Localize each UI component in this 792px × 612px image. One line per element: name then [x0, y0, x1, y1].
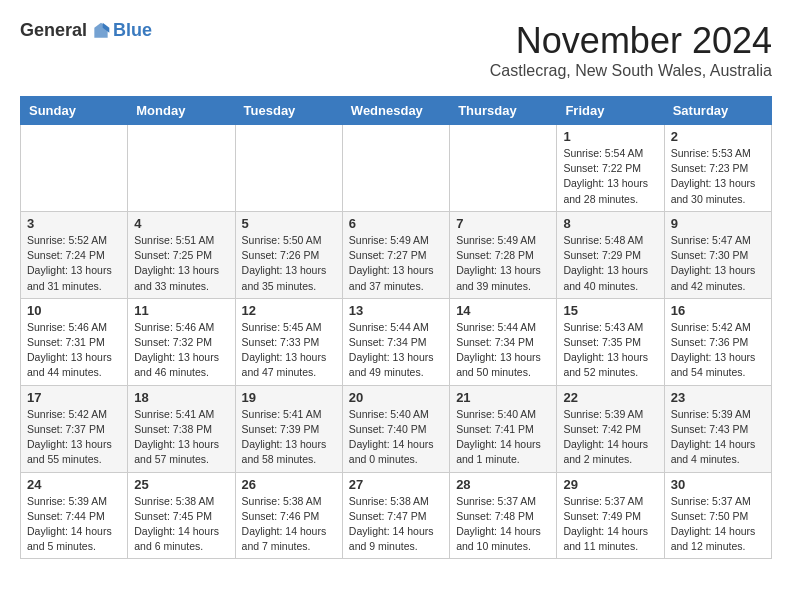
- location-title: Castlecrag, New South Wales, Australia: [490, 62, 772, 80]
- day-number: 18: [134, 390, 228, 405]
- day-number: 20: [349, 390, 443, 405]
- calendar-cell: 9Sunrise: 5:47 AM Sunset: 7:30 PM Daylig…: [664, 211, 771, 298]
- calendar-cell: [450, 125, 557, 212]
- calendar-cell: 7Sunrise: 5:49 AM Sunset: 7:28 PM Daylig…: [450, 211, 557, 298]
- calendar-header-row: SundayMondayTuesdayWednesdayThursdayFrid…: [21, 97, 772, 125]
- day-info: Sunrise: 5:39 AM Sunset: 7:43 PM Dayligh…: [671, 407, 765, 468]
- day-info: Sunrise: 5:48 AM Sunset: 7:29 PM Dayligh…: [563, 233, 657, 294]
- day-info: Sunrise: 5:44 AM Sunset: 7:34 PM Dayligh…: [349, 320, 443, 381]
- calendar-cell: 25Sunrise: 5:38 AM Sunset: 7:45 PM Dayli…: [128, 472, 235, 559]
- column-header-friday: Friday: [557, 97, 664, 125]
- day-number: 28: [456, 477, 550, 492]
- day-info: Sunrise: 5:41 AM Sunset: 7:38 PM Dayligh…: [134, 407, 228, 468]
- logo-icon: [91, 21, 111, 41]
- day-number: 7: [456, 216, 550, 231]
- calendar-cell: 14Sunrise: 5:44 AM Sunset: 7:34 PM Dayli…: [450, 298, 557, 385]
- day-info: Sunrise: 5:46 AM Sunset: 7:32 PM Dayligh…: [134, 320, 228, 381]
- day-info: Sunrise: 5:37 AM Sunset: 7:49 PM Dayligh…: [563, 494, 657, 555]
- calendar-cell: 24Sunrise: 5:39 AM Sunset: 7:44 PM Dayli…: [21, 472, 128, 559]
- calendar-cell: [342, 125, 449, 212]
- day-info: Sunrise: 5:37 AM Sunset: 7:50 PM Dayligh…: [671, 494, 765, 555]
- day-number: 1: [563, 129, 657, 144]
- day-info: Sunrise: 5:47 AM Sunset: 7:30 PM Dayligh…: [671, 233, 765, 294]
- calendar-cell: 15Sunrise: 5:43 AM Sunset: 7:35 PM Dayli…: [557, 298, 664, 385]
- day-number: 12: [242, 303, 336, 318]
- day-info: Sunrise: 5:37 AM Sunset: 7:48 PM Dayligh…: [456, 494, 550, 555]
- day-info: Sunrise: 5:50 AM Sunset: 7:26 PM Dayligh…: [242, 233, 336, 294]
- calendar-cell: 3Sunrise: 5:52 AM Sunset: 7:24 PM Daylig…: [21, 211, 128, 298]
- title-area: November 2024 Castlecrag, New South Wale…: [490, 20, 772, 80]
- day-info: Sunrise: 5:52 AM Sunset: 7:24 PM Dayligh…: [27, 233, 121, 294]
- calendar-cell: 10Sunrise: 5:46 AM Sunset: 7:31 PM Dayli…: [21, 298, 128, 385]
- day-number: 24: [27, 477, 121, 492]
- column-header-wednesday: Wednesday: [342, 97, 449, 125]
- day-info: Sunrise: 5:44 AM Sunset: 7:34 PM Dayligh…: [456, 320, 550, 381]
- day-number: 22: [563, 390, 657, 405]
- calendar-cell: 19Sunrise: 5:41 AM Sunset: 7:39 PM Dayli…: [235, 385, 342, 472]
- day-info: Sunrise: 5:46 AM Sunset: 7:31 PM Dayligh…: [27, 320, 121, 381]
- day-number: 27: [349, 477, 443, 492]
- day-number: 5: [242, 216, 336, 231]
- day-info: Sunrise: 5:49 AM Sunset: 7:28 PM Dayligh…: [456, 233, 550, 294]
- calendar-cell: 13Sunrise: 5:44 AM Sunset: 7:34 PM Dayli…: [342, 298, 449, 385]
- day-number: 15: [563, 303, 657, 318]
- day-info: Sunrise: 5:38 AM Sunset: 7:45 PM Dayligh…: [134, 494, 228, 555]
- day-info: Sunrise: 5:51 AM Sunset: 7:25 PM Dayligh…: [134, 233, 228, 294]
- calendar-cell: 20Sunrise: 5:40 AM Sunset: 7:40 PM Dayli…: [342, 385, 449, 472]
- day-number: 3: [27, 216, 121, 231]
- calendar-cell: 22Sunrise: 5:39 AM Sunset: 7:42 PM Dayli…: [557, 385, 664, 472]
- day-number: 6: [349, 216, 443, 231]
- calendar-cell: 4Sunrise: 5:51 AM Sunset: 7:25 PM Daylig…: [128, 211, 235, 298]
- logo: General Blue: [20, 20, 152, 41]
- month-title: November 2024: [490, 20, 772, 62]
- day-info: Sunrise: 5:42 AM Sunset: 7:37 PM Dayligh…: [27, 407, 121, 468]
- calendar-week-row: 24Sunrise: 5:39 AM Sunset: 7:44 PM Dayli…: [21, 472, 772, 559]
- column-header-tuesday: Tuesday: [235, 97, 342, 125]
- calendar-cell: 11Sunrise: 5:46 AM Sunset: 7:32 PM Dayli…: [128, 298, 235, 385]
- calendar-cell: 28Sunrise: 5:37 AM Sunset: 7:48 PM Dayli…: [450, 472, 557, 559]
- day-info: Sunrise: 5:41 AM Sunset: 7:39 PM Dayligh…: [242, 407, 336, 468]
- calendar-cell: 26Sunrise: 5:38 AM Sunset: 7:46 PM Dayli…: [235, 472, 342, 559]
- day-info: Sunrise: 5:40 AM Sunset: 7:40 PM Dayligh…: [349, 407, 443, 468]
- day-number: 29: [563, 477, 657, 492]
- logo-general-text: General: [20, 20, 87, 41]
- calendar-cell: [235, 125, 342, 212]
- calendar-cell: 27Sunrise: 5:38 AM Sunset: 7:47 PM Dayli…: [342, 472, 449, 559]
- calendar-week-row: 3Sunrise: 5:52 AM Sunset: 7:24 PM Daylig…: [21, 211, 772, 298]
- day-number: 25: [134, 477, 228, 492]
- day-number: 4: [134, 216, 228, 231]
- column-header-saturday: Saturday: [664, 97, 771, 125]
- day-number: 2: [671, 129, 765, 144]
- calendar-week-row: 10Sunrise: 5:46 AM Sunset: 7:31 PM Dayli…: [21, 298, 772, 385]
- header: General Blue November 2024 Castlecrag, N…: [20, 20, 772, 80]
- day-number: 26: [242, 477, 336, 492]
- calendar-cell: 18Sunrise: 5:41 AM Sunset: 7:38 PM Dayli…: [128, 385, 235, 472]
- calendar-cell: 6Sunrise: 5:49 AM Sunset: 7:27 PM Daylig…: [342, 211, 449, 298]
- calendar: SundayMondayTuesdayWednesdayThursdayFrid…: [20, 96, 772, 559]
- day-number: 11: [134, 303, 228, 318]
- calendar-cell: [128, 125, 235, 212]
- calendar-cell: [21, 125, 128, 212]
- calendar-cell: 12Sunrise: 5:45 AM Sunset: 7:33 PM Dayli…: [235, 298, 342, 385]
- day-number: 9: [671, 216, 765, 231]
- calendar-cell: 30Sunrise: 5:37 AM Sunset: 7:50 PM Dayli…: [664, 472, 771, 559]
- day-info: Sunrise: 5:49 AM Sunset: 7:27 PM Dayligh…: [349, 233, 443, 294]
- day-info: Sunrise: 5:43 AM Sunset: 7:35 PM Dayligh…: [563, 320, 657, 381]
- day-number: 16: [671, 303, 765, 318]
- day-number: 14: [456, 303, 550, 318]
- day-number: 13: [349, 303, 443, 318]
- calendar-cell: 16Sunrise: 5:42 AM Sunset: 7:36 PM Dayli…: [664, 298, 771, 385]
- calendar-cell: 2Sunrise: 5:53 AM Sunset: 7:23 PM Daylig…: [664, 125, 771, 212]
- day-info: Sunrise: 5:53 AM Sunset: 7:23 PM Dayligh…: [671, 146, 765, 207]
- day-number: 21: [456, 390, 550, 405]
- day-info: Sunrise: 5:39 AM Sunset: 7:44 PM Dayligh…: [27, 494, 121, 555]
- calendar-cell: 5Sunrise: 5:50 AM Sunset: 7:26 PM Daylig…: [235, 211, 342, 298]
- day-info: Sunrise: 5:45 AM Sunset: 7:33 PM Dayligh…: [242, 320, 336, 381]
- day-info: Sunrise: 5:38 AM Sunset: 7:47 PM Dayligh…: [349, 494, 443, 555]
- day-number: 17: [27, 390, 121, 405]
- column-header-thursday: Thursday: [450, 97, 557, 125]
- calendar-cell: 8Sunrise: 5:48 AM Sunset: 7:29 PM Daylig…: [557, 211, 664, 298]
- day-number: 30: [671, 477, 765, 492]
- calendar-week-row: 1Sunrise: 5:54 AM Sunset: 7:22 PM Daylig…: [21, 125, 772, 212]
- calendar-cell: 1Sunrise: 5:54 AM Sunset: 7:22 PM Daylig…: [557, 125, 664, 212]
